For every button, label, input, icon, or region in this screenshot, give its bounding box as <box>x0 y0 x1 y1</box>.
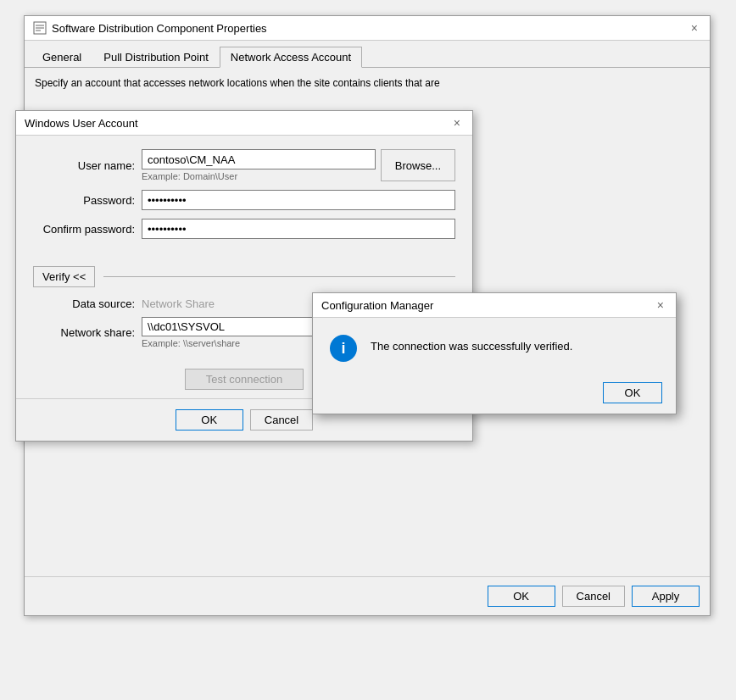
password-input[interactable] <box>142 190 455 210</box>
verify-button[interactable]: Verify << <box>33 266 95 287</box>
username-input[interactable] <box>142 149 376 169</box>
properties-icon <box>33 21 47 35</box>
username-example: Example: Domain\User <box>142 171 376 181</box>
password-row: Password: <box>33 190 455 210</box>
main-ok-button[interactable]: OK <box>488 586 555 607</box>
data-source-label: Data source: <box>33 297 135 310</box>
main-cancel-button[interactable]: Cancel <box>562 586 625 607</box>
main-apply-button[interactable]: Apply <box>632 586 700 607</box>
tabs-container: General Pull Distribution Point Network … <box>25 41 710 68</box>
description-text: Specify an account that accesses network… <box>35 76 700 91</box>
main-dialog-title: Software Distribution Component Properti… <box>52 22 267 35</box>
confirm-password-row: Confirm password: <box>33 219 455 239</box>
tab-network-access[interactable]: Network Access Account <box>220 47 362 68</box>
ua-cancel-button[interactable]: Cancel <box>250 409 313 431</box>
config-dialog: Configuration Manager × i The connection… <box>312 292 677 414</box>
ua-ok-button[interactable]: OK <box>176 409 243 431</box>
titlebar-left: Software Distribution Component Properti… <box>33 21 267 35</box>
ua-titlebar-left: Windows User Account <box>25 117 138 130</box>
config-footer: OK <box>313 375 676 414</box>
username-field-group: Example: Domain\User <box>142 149 376 181</box>
config-message: The connection was successfully verified… <box>371 335 572 353</box>
confirm-password-input[interactable] <box>142 219 455 239</box>
verify-section: Verify << <box>16 261 472 292</box>
main-dialog-titlebar: Software Distribution Component Properti… <box>25 16 710 41</box>
tab-pull-distribution[interactable]: Pull Distribution Point <box>92 47 220 68</box>
test-connection-button[interactable]: Test connection <box>185 369 304 390</box>
config-ok-button[interactable]: OK <box>603 382 662 403</box>
browse-button[interactable]: Browse... <box>381 149 455 181</box>
ua-form: User name: Example: Domain\User Browse..… <box>16 136 472 261</box>
user-account-dialog-title: Windows User Account <box>25 117 138 130</box>
password-label: Password: <box>33 194 135 207</box>
confirm-password-label: Confirm password: <box>33 223 135 236</box>
user-account-close-button[interactable]: × <box>450 116 464 130</box>
username-input-group: Example: Domain\User Browse... <box>142 149 455 181</box>
network-share-label: Network share: <box>33 326 135 339</box>
info-icon: i <box>330 335 357 362</box>
username-label: User name: <box>33 159 135 172</box>
divider <box>103 276 455 277</box>
username-row: User name: Example: Domain\User Browse..… <box>33 149 455 181</box>
config-titlebar: Configuration Manager × <box>313 293 676 318</box>
user-account-titlebar: Windows User Account × <box>16 111 472 136</box>
config-titlebar-left: Configuration Manager <box>321 299 433 312</box>
config-close-button[interactable]: × <box>654 298 667 312</box>
config-content: i The connection was successfully verifi… <box>313 318 676 375</box>
config-dialog-title: Configuration Manager <box>321 299 433 312</box>
main-dialog-close-button[interactable]: × <box>688 21 701 35</box>
tab-general[interactable]: General <box>31 47 92 68</box>
main-dialog-footer: OK Cancel Apply <box>25 576 710 615</box>
